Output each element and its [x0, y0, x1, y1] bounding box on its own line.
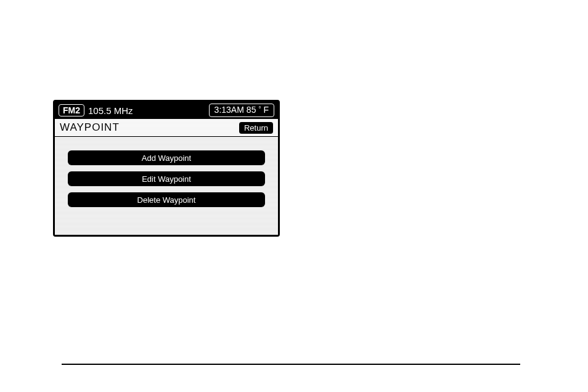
nav-device-screen: FM2 105.5 MHz 3:13AM 85°F WAYPOINT Retur… [53, 100, 280, 237]
page-title: WAYPOINT [60, 121, 120, 134]
radio-band-label: FM2 [63, 105, 80, 115]
menu-area: Add Waypoint Edit Waypoint Delete Waypoi… [55, 137, 278, 235]
return-button-label: Return [244, 123, 268, 133]
clock-time: 3:13AM [214, 104, 244, 115]
page-header: WAYPOINT Return [55, 119, 278, 137]
menu-item-label: Delete Waypoint [137, 195, 196, 205]
return-button[interactable]: Return [239, 122, 273, 134]
radio-band-chip[interactable]: FM2 [59, 104, 84, 116]
add-waypoint-button[interactable]: Add Waypoint [68, 150, 265, 165]
delete-waypoint-button[interactable]: Delete Waypoint [68, 192, 265, 207]
degree-icon: ° [258, 104, 261, 115]
time-temp-chip[interactable]: 3:13AM 85°F [209, 104, 274, 117]
temperature-value: 85 [247, 104, 256, 115]
temperature-unit: F [263, 104, 269, 115]
radio-frequency: 105.5 MHz [88, 105, 133, 116]
status-bar: FM2 105.5 MHz 3:13AM 85°F [55, 102, 278, 119]
edit-waypoint-button[interactable]: Edit Waypoint [68, 171, 265, 186]
menu-item-label: Add Waypoint [142, 153, 191, 163]
menu-item-label: Edit Waypoint [142, 174, 191, 184]
divider-line [62, 364, 520, 365]
